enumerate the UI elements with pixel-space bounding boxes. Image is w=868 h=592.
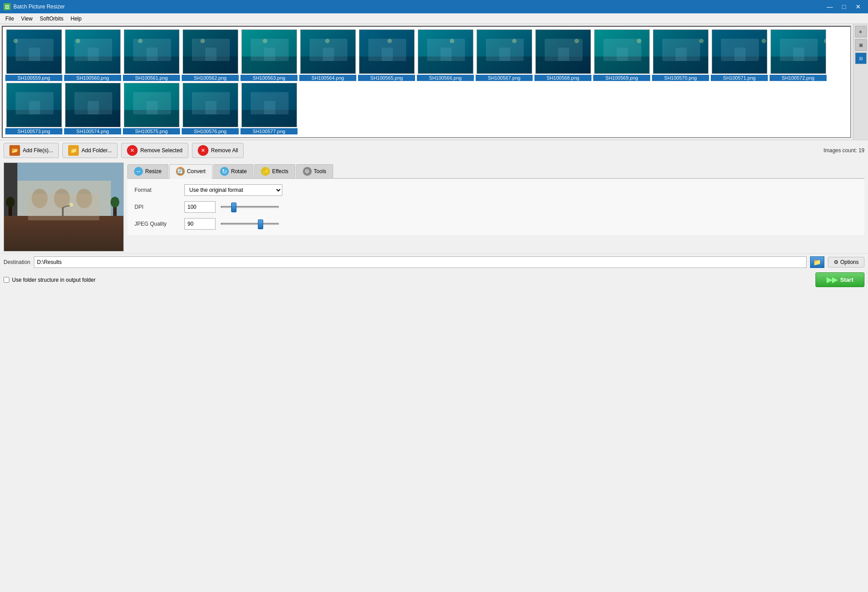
image-thumb[interactable]: SH100560.png (64, 29, 121, 81)
image-thumb-label: SH100569.png (593, 75, 650, 81)
svg-rect-93 (264, 101, 275, 114)
add-folder-button[interactable]: 📁 Add Folder... (62, 143, 118, 158)
svg-point-99 (54, 189, 70, 208)
image-thumb-label: SH100575.png (123, 128, 180, 134)
image-thumb[interactable]: SH100576.png (182, 83, 239, 134)
toolbar: 📂 Add File(s)... 📁 Add Folder... ✕ Remov… (0, 140, 868, 161)
destination-browse-button[interactable]: 📁 (810, 256, 824, 268)
tab-effects-label: Effects (272, 168, 288, 174)
image-thumb-label: SH100577.png (240, 128, 297, 134)
footer-bar: Use folder structure in output folder ▶▶… (0, 271, 868, 289)
image-thumb-label: SH100562.png (182, 75, 239, 81)
menu-softorbits[interactable]: SoftOrbits (36, 15, 67, 23)
titlebar-controls: — □ ✕ (823, 2, 864, 11)
dpi-slider-thumb[interactable] (231, 203, 236, 212)
sidebar-view-list[interactable]: ≡ (855, 26, 867, 37)
start-label: Start (840, 276, 853, 283)
tab-convert[interactable]: 🔄 Convert (169, 164, 212, 179)
effects-icon: ✨ (261, 167, 270, 176)
format-select[interactable]: Use the original formatJPEGPNGBMPGIFTIFF… (184, 184, 282, 196)
dpi-slider-container[interactable] (221, 206, 283, 208)
folder-icon: 📁 (813, 259, 821, 266)
close-button[interactable]: ✕ (852, 2, 864, 11)
tools-icon: ⚙ (303, 167, 312, 176)
image-thumb[interactable]: SH100575.png (123, 83, 180, 134)
image-grid-wrapper[interactable]: SH100559.png SH100560.png SH100561.png S… (2, 26, 851, 138)
checkbox-row: Use folder structure in output folder (4, 277, 95, 283)
svg-rect-106 (4, 230, 123, 251)
remove-selected-icon: ✕ (127, 145, 138, 156)
image-thumb[interactable]: SH100574.png (64, 83, 121, 134)
svg-point-59 (699, 39, 704, 43)
image-thumb-box (712, 29, 767, 74)
image-thumb[interactable]: SH100562.png (182, 29, 239, 81)
menu-file[interactable]: File (2, 15, 17, 23)
image-thumb[interactable]: SH100577.png (240, 83, 297, 134)
add-files-button[interactable]: 📂 Add File(s)... (4, 143, 59, 158)
image-thumb-label: SH100564.png (299, 75, 356, 81)
svg-rect-96 (4, 216, 123, 251)
start-icon: ▶▶ (827, 276, 837, 284)
image-thumb[interactable]: SH100561.png (123, 29, 180, 81)
preview-svg (4, 163, 123, 251)
svg-point-54 (637, 39, 641, 43)
image-thumb[interactable]: SH100567.png (476, 29, 533, 81)
start-button[interactable]: ▶▶ Start (815, 272, 864, 287)
menu-help[interactable]: Help (67, 15, 86, 23)
destination-input[interactable] (34, 256, 807, 268)
tabs-row: ↔ Resize 🔄 Convert ↻ Rotate ✨ Effects ⚙ (127, 162, 864, 179)
svg-rect-58 (676, 48, 687, 61)
image-thumb-box (65, 83, 121, 127)
svg-rect-38 (440, 48, 452, 61)
tab-effects[interactable]: ✨ Effects (254, 164, 295, 178)
svg-rect-78 (88, 101, 99, 114)
tab-resize[interactable]: ↔ Resize (127, 164, 168, 178)
image-thumb[interactable]: SH100559.png (5, 29, 62, 81)
remove-selected-button[interactable]: ✕ Remove Selected (121, 143, 188, 158)
image-thumb[interactable]: SH100568.png (534, 29, 591, 81)
jpeg-quality-input[interactable] (184, 218, 216, 230)
dpi-slider-track[interactable] (221, 206, 279, 208)
svg-point-109 (69, 203, 73, 207)
svg-rect-28 (323, 48, 334, 61)
image-thumb-box (6, 83, 62, 127)
image-thumb[interactable]: SH100573.png (5, 83, 62, 134)
form-area: Format Use the original formatJPEGPNGBMP… (127, 179, 864, 235)
image-thumb[interactable]: SH100570.png (652, 29, 709, 81)
sidebar-view-grid[interactable]: ⊟ (855, 53, 867, 64)
jpeg-slider-container[interactable] (221, 223, 283, 225)
svg-rect-88 (205, 101, 216, 114)
sidebar-view-details[interactable]: ⊞ (855, 39, 867, 51)
menu-view[interactable]: View (17, 15, 36, 23)
image-thumb-box (477, 29, 532, 74)
svg-point-44 (512, 39, 517, 43)
folder-structure-label: Use folder structure in output folder (12, 277, 95, 283)
image-thumb[interactable]: SH100563.png (240, 29, 297, 81)
image-thumb-box (300, 29, 356, 74)
dpi-input[interactable] (184, 201, 216, 213)
image-thumb-label: SH100572.png (770, 75, 827, 81)
jpeg-slider-track[interactable] (221, 223, 279, 225)
folder-structure-checkbox[interactable] (4, 277, 9, 283)
remove-all-button[interactable]: ✕ Remove All (192, 143, 244, 158)
image-thumb[interactable]: SH100565.png (358, 29, 415, 81)
image-thumb[interactable]: SH100569.png (593, 29, 650, 81)
maximize-button[interactable]: □ (838, 2, 850, 11)
svg-point-64 (762, 39, 766, 43)
tab-rotate[interactable]: ↻ Rotate (213, 164, 253, 178)
svg-rect-3 (29, 48, 40, 61)
convert-icon: 🔄 (176, 167, 185, 176)
image-thumb[interactable]: SH100566.png (417, 29, 474, 81)
image-thumb[interactable]: SH100564.png (299, 29, 356, 81)
options-button[interactable]: ⚙ Options (828, 257, 864, 268)
svg-rect-107 (62, 207, 64, 230)
minimize-button[interactable]: — (823, 2, 836, 11)
sidebar-right-panel: ≡ ⊞ ⊟ (853, 24, 868, 140)
tab-rotate-label: Rotate (231, 168, 247, 174)
image-thumb[interactable]: SH100572.png (770, 29, 827, 81)
svg-line-108 (63, 205, 71, 207)
image-grid: SH100559.png SH100560.png SH100561.png S… (3, 27, 850, 137)
jpeg-slider-thumb[interactable] (258, 219, 263, 229)
tab-tools[interactable]: ⚙ Tools (296, 164, 333, 178)
image-thumb[interactable]: SH100571.png (711, 29, 768, 81)
